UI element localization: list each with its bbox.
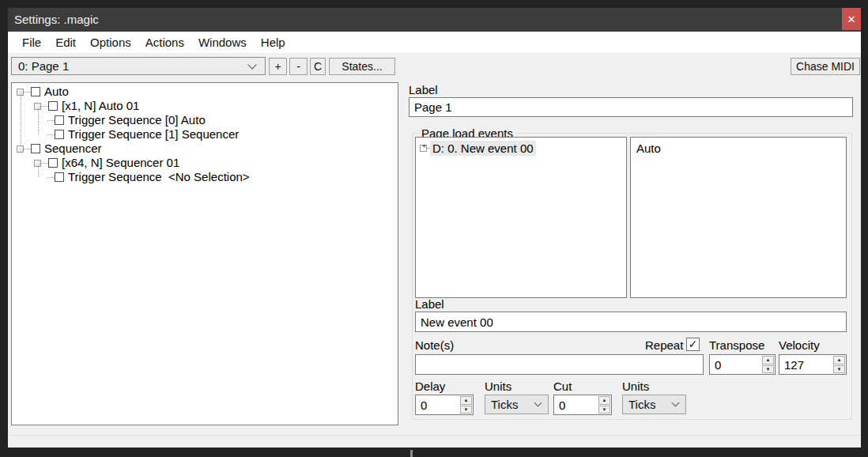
transpose-down-button[interactable]: ▼: [762, 365, 774, 374]
arrow-down-icon: ▼: [464, 407, 469, 412]
repeat-caption: Repeat: [645, 339, 683, 352]
tree-connector-dots: [47, 120, 55, 121]
delay-input[interactable]: [416, 395, 459, 414]
velocity-caption: Velocity: [779, 339, 820, 352]
client-area: 0: Page 1 + - C States... Chase MIDI Aut…: [8, 53, 861, 448]
chevron-down-icon: [247, 60, 256, 69]
tree-item-label: Auto: [44, 85, 69, 99]
transpose-input[interactable]: [710, 355, 761, 374]
page-selector-value: 0: Page 1: [12, 59, 249, 73]
delay-caption: Delay: [415, 380, 445, 393]
checkmark-icon: ✓: [689, 338, 698, 350]
tree-item-label: [x64, N] Sequencer 01: [62, 156, 179, 170]
delay-down-button[interactable]: ▼: [460, 406, 472, 414]
tree-item-checkbox[interactable]: [31, 144, 40, 153]
tree-item[interactable]: Auto: [12, 85, 398, 99]
tree-item[interactable]: Sequencer: [12, 142, 398, 156]
cut-caption: Cut: [553, 380, 572, 393]
velocity-down-button[interactable]: ▼: [833, 365, 845, 374]
tree-item-checkbox[interactable]: [55, 172, 64, 182]
tree-item-checkbox[interactable]: [48, 101, 58, 111]
page-label-input[interactable]: [409, 97, 853, 117]
menu-bar: File Edit Options Actions Windows Help: [8, 32, 861, 53]
tree-expander-icon[interactable]: [17, 89, 24, 96]
delay-stepper[interactable]: ▲ ▼: [415, 395, 474, 415]
transpose-up-button[interactable]: ▲: [762, 356, 774, 364]
delay-units-value: Ticks: [485, 398, 535, 411]
menu-item[interactable]: Windows: [191, 32, 254, 53]
tree-expander-plus-icon[interactable]: +: [420, 145, 427, 152]
cut-units-dropdown[interactable]: Ticks: [622, 395, 686, 414]
window-title: Settings: .magic: [14, 8, 99, 32]
chase-midi-button[interactable]: Chase MIDI: [791, 58, 860, 75]
tree-item-checkbox[interactable]: [48, 158, 58, 168]
chevron-down-icon: [534, 399, 542, 407]
menu-item[interactable]: Actions: [138, 32, 191, 53]
page-selector-dropdown[interactable]: 0: Page 1: [11, 57, 266, 75]
delay-up-button[interactable]: ▲: [460, 396, 472, 405]
cut-stepper[interactable]: ▲ ▼: [553, 395, 612, 415]
velocity-stepper[interactable]: ▲ ▼: [779, 354, 847, 375]
transpose-caption: Transpose: [709, 339, 764, 352]
tree-expander-icon[interactable]: [17, 145, 24, 153]
arrow-up-icon: ▲: [837, 357, 842, 362]
tree-item[interactable]: Trigger Sequence [1] Sequencer: [12, 127, 398, 142]
menu-item[interactable]: File: [15, 32, 48, 53]
tree-connector-dots: [47, 134, 55, 135]
notes-input[interactable]: [415, 354, 704, 375]
menu-item[interactable]: Options: [83, 32, 138, 53]
transpose-stepper[interactable]: ▲ ▼: [709, 354, 776, 375]
settings-window: Settings: .magic ✕ File Edit Options Act…: [8, 8, 861, 448]
cut-units-value: Ticks: [623, 398, 673, 411]
tree-item-label: Trigger Sequence [1] Sequencer: [68, 127, 239, 142]
repeat-checkbox[interactable]: ✓: [686, 338, 700, 351]
event-label-input[interactable]: [415, 312, 847, 332]
chevron-down-icon: [672, 399, 680, 407]
copy-page-button[interactable]: C: [310, 58, 326, 75]
titlebar[interactable]: Settings: .magic ✕: [8, 8, 861, 32]
remove-page-button[interactable]: -: [289, 58, 308, 75]
cut-down-button[interactable]: ▼: [598, 406, 610, 414]
cut-up-button[interactable]: ▲: [598, 396, 610, 405]
tree-connector-dots: [24, 149, 31, 149]
velocity-up-button[interactable]: ▲: [833, 356, 845, 364]
delay-units-caption: Units: [485, 380, 511, 393]
close-button[interactable]: ✕: [842, 8, 861, 30]
page-label-caption: Label: [409, 84, 438, 96]
event-label-caption: Label: [415, 298, 444, 311]
menu-item[interactable]: Help: [254, 32, 292, 53]
velocity-input[interactable]: [779, 355, 832, 374]
events-listbox[interactable]: + D: 0. New event 00: [415, 137, 627, 298]
tree-item-checkbox[interactable]: [31, 87, 40, 96]
tree-item[interactable]: [x1, N] Auto 01: [12, 99, 398, 113]
tree-item[interactable]: Trigger Sequence [0] Auto: [12, 113, 398, 127]
tree-item-label: [x1, N] Auto 01: [62, 99, 139, 113]
arrow-down-icon: ▼: [766, 367, 771, 372]
event-item-label: D: 0. New event 00: [430, 141, 536, 156]
add-page-button[interactable]: +: [269, 58, 287, 75]
tree-item-label: Trigger Sequence [0] Auto: [68, 113, 206, 127]
tree-item-checkbox[interactable]: [55, 130, 64, 139]
arrow-up-icon: ▲: [766, 357, 771, 362]
module-tree-panel[interactable]: Auto [x1, N] Auto 01 Trigger Sequence [0…: [11, 82, 398, 425]
arrow-down-icon: ▼: [602, 407, 607, 412]
menu-item[interactable]: Edit: [48, 32, 83, 53]
close-icon: ✕: [847, 13, 856, 25]
tree-item[interactable]: [x64, N] Sequencer 01: [12, 156, 398, 170]
event-targets-listbox[interactable]: Auto: [630, 137, 847, 298]
cut-input[interactable]: [554, 395, 598, 414]
tree-item-checkbox[interactable]: [55, 115, 64, 125]
target-list-item[interactable]: Auto: [631, 138, 846, 155]
notes-caption: Note(s): [415, 339, 454, 352]
tree-expander-icon[interactable]: [34, 103, 41, 110]
window-resize-notch[interactable]: [410, 450, 413, 457]
tree-item-label: Trigger Sequence <No Selection>: [68, 170, 250, 184]
tree-connector-dots: [41, 106, 48, 107]
tree-connector-dots: [24, 92, 31, 93]
tree-item[interactable]: Trigger Sequence <No Selection>: [12, 170, 398, 184]
event-list-item[interactable]: + D: 0. New event 00: [416, 141, 626, 156]
delay-units-dropdown[interactable]: Ticks: [485, 395, 549, 414]
states-button[interactable]: States...: [329, 58, 395, 75]
tree-item-label: Sequencer: [44, 142, 102, 156]
tree-expander-icon[interactable]: [34, 160, 41, 167]
